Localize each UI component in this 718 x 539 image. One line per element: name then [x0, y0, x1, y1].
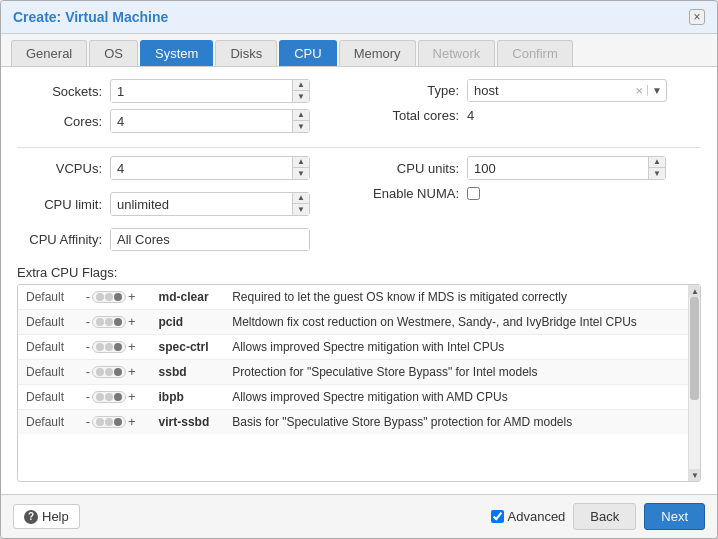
toggle-plus-icon[interactable]: + — [128, 290, 136, 303]
tab-cpu[interactable]: CPU — [279, 40, 336, 66]
cpu-units-input[interactable] — [468, 158, 648, 179]
advanced-label: Advanced — [508, 509, 566, 524]
toggle-dot-1 — [96, 293, 104, 301]
toggle-minus-icon[interactable]: - — [86, 290, 90, 303]
col-left-2: VCPUs: ▲ ▼ CPU limit: ▲ — [17, 156, 349, 257]
flag-toggle[interactable]: - + — [78, 310, 151, 335]
cpu-limit-input[interactable] — [111, 194, 292, 215]
toggle-minus-icon[interactable]: - — [86, 390, 90, 403]
scroll-down-button[interactable]: ▼ — [689, 469, 700, 481]
sockets-input[interactable] — [111, 81, 292, 102]
flag-toggle[interactable]: - + — [78, 385, 151, 410]
toggle-minus-icon[interactable]: - — [86, 415, 90, 428]
tab-bar: General OS System Disks CPU Memory Netwo… — [1, 34, 717, 67]
type-label: Type: — [369, 83, 459, 98]
toggle-dots[interactable] — [92, 391, 126, 403]
cpu-units-up[interactable]: ▲ — [649, 157, 665, 168]
cpu-units-label: CPU units: — [369, 161, 459, 176]
toggle-dot-2 — [105, 318, 113, 326]
vcpus-input[interactable] — [111, 158, 292, 179]
total-cores-value: 4 — [467, 108, 474, 123]
back-button[interactable]: Back — [573, 503, 636, 530]
cores-down[interactable]: ▼ — [293, 121, 309, 132]
sockets-up[interactable]: ▲ — [293, 80, 309, 91]
cores-up[interactable]: ▲ — [293, 110, 309, 121]
vcpus-spinner: ▲ ▼ — [292, 157, 309, 179]
toggle-dots[interactable] — [92, 291, 126, 303]
title-bar: Create: Virtual Machine × — [1, 1, 717, 34]
vcpus-up[interactable]: ▲ — [293, 157, 309, 168]
cpu-units-spinner: ▲ ▼ — [648, 157, 665, 179]
flag-toggle[interactable]: - + — [78, 410, 151, 435]
toggle-dots[interactable] — [92, 416, 126, 428]
close-button[interactable]: × — [689, 9, 705, 25]
row-cpu-limit: CPU limit: ▲ ▼ — [17, 192, 349, 216]
toggle-plus-icon[interactable]: + — [128, 415, 136, 428]
enable-numa-label: Enable NUMA: — [369, 186, 459, 201]
cpu-units-down[interactable]: ▼ — [649, 168, 665, 179]
flags-table: Default - + md-clear Required to let the… — [18, 285, 700, 434]
row-cpu-affinity: CPU Affinity: — [17, 228, 349, 251]
toggle-dot-3 — [114, 318, 122, 326]
table-row: Default - + ibpb Allows improved Spectre… — [18, 385, 700, 410]
toggle-plus-icon[interactable]: + — [128, 315, 136, 328]
cores-input-wrap: ▲ ▼ — [110, 109, 310, 133]
cores-input[interactable] — [111, 111, 292, 132]
advanced-checkbox[interactable] — [491, 510, 504, 523]
flag-toggle[interactable]: - + — [78, 335, 151, 360]
footer-right: Advanced Back Next — [491, 503, 705, 530]
cpu-units-input-wrap: ▲ ▼ — [467, 156, 666, 180]
flag-name: ibpb — [151, 385, 225, 410]
type-input[interactable] — [468, 80, 632, 101]
flag-state: Default — [18, 385, 78, 410]
next-button[interactable]: Next — [644, 503, 705, 530]
toggle-minus-icon[interactable]: - — [86, 340, 90, 353]
toggle-minus-icon[interactable]: - — [86, 365, 90, 378]
type-clear-icon[interactable]: × — [632, 83, 648, 98]
vcpus-label: VCPUs: — [17, 161, 102, 176]
sockets-down[interactable]: ▼ — [293, 91, 309, 102]
sockets-label: Sockets: — [17, 84, 102, 99]
row-sockets: Sockets: ▲ ▼ — [17, 79, 349, 103]
extra-flags-label: Extra CPU Flags: — [17, 265, 701, 280]
tab-general[interactable]: General — [11, 40, 87, 66]
toggle-minus-icon[interactable]: - — [86, 315, 90, 328]
cpu-affinity-input[interactable] — [111, 229, 309, 250]
flag-toggle[interactable]: - + — [78, 360, 151, 385]
type-dropdown-icon[interactable]: ▼ — [647, 85, 666, 96]
flag-toggle[interactable]: - + — [78, 285, 151, 310]
scroll-up-button[interactable]: ▲ — [689, 285, 700, 297]
row-cpu-units: CPU units: ▲ ▼ — [369, 156, 701, 180]
flag-description: Allows improved Spectre mitigation with … — [224, 335, 700, 360]
col-right-1: Type: × ▼ Total cores: 4 — [369, 79, 701, 133]
enable-numa-checkbox-wrap — [467, 187, 480, 200]
toggle-dots[interactable] — [92, 341, 126, 353]
table-row: Default - + spec-ctrl Allows improved Sp… — [18, 335, 700, 360]
cpu-limit-label: CPU limit: — [17, 197, 102, 212]
cpu-affinity-input-wrap — [110, 228, 310, 251]
tab-network[interactable]: Network — [418, 40, 496, 66]
flag-state: Default — [18, 360, 78, 385]
tab-os[interactable]: OS — [89, 40, 138, 66]
footer-left: ? Help — [13, 504, 80, 529]
cpu-limit-down[interactable]: ▼ — [293, 204, 309, 215]
toggle-dots[interactable] — [92, 316, 126, 328]
toggle-dots[interactable] — [92, 366, 126, 378]
toggle-plus-icon[interactable]: + — [128, 365, 136, 378]
flag-description: Allows improved Spectre mitigation with … — [224, 385, 700, 410]
tab-system[interactable]: System — [140, 40, 213, 66]
enable-numa-checkbox[interactable] — [467, 187, 480, 200]
help-label: Help — [42, 509, 69, 524]
tab-memory[interactable]: Memory — [339, 40, 416, 66]
toggle-plus-icon[interactable]: + — [128, 390, 136, 403]
toggle-dot-2 — [105, 368, 113, 376]
help-button[interactable]: ? Help — [13, 504, 80, 529]
tab-confirm[interactable]: Confirm — [497, 40, 573, 66]
divider-1 — [17, 147, 701, 148]
scrollbar[interactable]: ▲ ▼ — [688, 285, 700, 481]
cpu-limit-up[interactable]: ▲ — [293, 193, 309, 204]
toggle-plus-icon[interactable]: + — [128, 340, 136, 353]
vcpus-down[interactable]: ▼ — [293, 168, 309, 179]
tab-disks[interactable]: Disks — [215, 40, 277, 66]
scrollbar-thumb[interactable] — [690, 297, 699, 400]
